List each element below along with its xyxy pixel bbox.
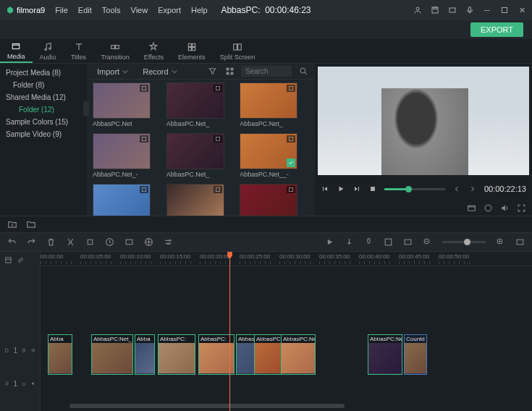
tab-transition[interactable]: Transition bbox=[94, 39, 137, 63]
minimize-icon[interactable]: ─ bbox=[483, 6, 491, 14]
new-folder-icon[interactable] bbox=[7, 219, 17, 229]
export-button[interactable]: EXPORT bbox=[470, 22, 523, 37]
tab-audio[interactable]: Audio bbox=[33, 39, 64, 63]
add-to-timeline-icon[interactable] bbox=[214, 85, 222, 92]
search-input[interactable] bbox=[241, 66, 292, 77]
link-icon[interactable] bbox=[17, 256, 25, 264]
tab-split[interactable]: Split Screen bbox=[213, 39, 263, 63]
mute-icon[interactable] bbox=[31, 381, 35, 386]
next-frame-icon[interactable] bbox=[352, 185, 361, 193]
menu-export[interactable]: Export bbox=[158, 6, 181, 14]
grid-view-icon[interactable] bbox=[224, 66, 235, 77]
media-thumb[interactable]: AbbasPC.Net___ bbox=[93, 184, 162, 216]
video-track[interactable]: AbbaAbbasPC:Net_AbbaAbbasPC:AbbasPC:Abba… bbox=[41, 334, 532, 375]
volume-icon[interactable] bbox=[500, 203, 510, 213]
close-icon[interactable]: ✕ bbox=[518, 6, 526, 14]
speed-icon[interactable] bbox=[105, 237, 114, 247]
user-icon[interactable] bbox=[413, 6, 422, 14]
voiceover-icon[interactable] bbox=[364, 237, 373, 247]
media-thumb[interactable]: AbbasPC.Net__- bbox=[240, 133, 309, 178]
menu-tools[interactable]: Tools bbox=[102, 6, 121, 14]
split-icon[interactable] bbox=[66, 237, 75, 247]
fullscreen-icon[interactable] bbox=[517, 203, 526, 213]
tree-item[interactable]: Folder (12) bbox=[0, 103, 87, 116]
timeline-clip[interactable]: AbbasPC: bbox=[158, 334, 195, 375]
timeline-clip[interactable]: AbbasPC:Net_ bbox=[281, 334, 316, 375]
delete-icon[interactable] bbox=[46, 237, 56, 247]
media-thumb[interactable]: AbbasPC.Net_ bbox=[166, 133, 236, 178]
marker-icon[interactable] bbox=[345, 237, 354, 247]
zoom-in-icon[interactable] bbox=[496, 237, 505, 247]
import-dropdown[interactable]: Import bbox=[93, 67, 132, 76]
add-to-timeline-icon[interactable] bbox=[140, 135, 148, 143]
adjust-icon[interactable] bbox=[164, 237, 173, 247]
greenscreen-icon[interactable] bbox=[144, 237, 153, 247]
add-to-timeline-icon[interactable] bbox=[287, 186, 295, 193]
tab-elements[interactable]: Elements bbox=[171, 39, 213, 63]
tree-item[interactable]: Sample Colors (15) bbox=[0, 116, 87, 128]
sidebar-resize-handle[interactable] bbox=[83, 101, 89, 116]
timeline-tracks[interactable]: 00:00:0000:00:05:0000:00:10:0000:00:15:0… bbox=[41, 252, 532, 411]
eye-icon[interactable] bbox=[31, 348, 35, 352]
media-thumb[interactable]: AbbasPC.Net_ bbox=[166, 82, 236, 127]
redo-icon[interactable] bbox=[27, 237, 36, 247]
add-to-timeline-icon[interactable] bbox=[214, 135, 222, 143]
tree-item[interactable]: Folder (8) bbox=[0, 79, 87, 91]
timeline-scrollbar[interactable] bbox=[41, 404, 532, 410]
playhead[interactable] bbox=[229, 252, 230, 411]
preview-viewport[interactable] bbox=[318, 67, 529, 175]
mixer-icon[interactable] bbox=[384, 237, 393, 247]
quality-icon[interactable] bbox=[484, 203, 493, 213]
zoom-out-icon[interactable] bbox=[423, 237, 432, 247]
lock-icon[interactable] bbox=[22, 381, 26, 386]
crop-icon[interactable] bbox=[85, 237, 95, 247]
menu-file[interactable]: File bbox=[55, 6, 68, 14]
timeline-clip[interactable]: Countd bbox=[404, 334, 427, 375]
manage-tracks-icon[interactable] bbox=[4, 256, 12, 264]
screenshot-icon[interactable] bbox=[448, 6, 457, 14]
record-dropdown[interactable]: Record bbox=[138, 67, 181, 76]
add-to-timeline-icon[interactable] bbox=[214, 186, 222, 193]
undo-icon[interactable] bbox=[7, 237, 17, 247]
tree-item[interactable]: Sample Video (9) bbox=[0, 128, 87, 140]
add-to-timeline-icon[interactable] bbox=[140, 85, 148, 92]
timeline-clip[interactable]: AbbasPC:Net_ bbox=[368, 334, 402, 375]
menu-edit[interactable]: Edit bbox=[78, 6, 92, 14]
menu-help[interactable]: Help bbox=[191, 6, 208, 14]
render-icon[interactable] bbox=[325, 237, 334, 247]
timeline-clip[interactable]: AbbasPC:Net_ bbox=[91, 334, 133, 375]
add-to-timeline-icon[interactable] bbox=[287, 135, 295, 143]
media-thumb[interactable]: AbbasPC.Net___- bbox=[166, 184, 236, 216]
zoom-fit-icon[interactable] bbox=[515, 237, 525, 247]
seek-bar[interactable] bbox=[384, 188, 445, 190]
mic-icon[interactable] bbox=[465, 6, 474, 14]
tree-item[interactable]: Project Media (8) bbox=[0, 67, 87, 79]
tree-item[interactable]: Shared Media (12) bbox=[0, 91, 87, 103]
maximize-icon[interactable] bbox=[500, 6, 509, 14]
search-icon[interactable] bbox=[297, 66, 309, 77]
media-thumb[interactable]: AbbasPC.Net bbox=[93, 82, 162, 127]
video-track-header[interactable]: 1 bbox=[0, 327, 40, 373]
media-thumb[interactable]: AbbasPC.Net____ bbox=[240, 184, 309, 216]
media-thumb[interactable]: AbbasPC.Net_- bbox=[93, 133, 162, 178]
timeline-clip[interactable]: Abba bbox=[135, 334, 155, 375]
lock-icon[interactable] bbox=[22, 348, 26, 352]
prev-marker-icon[interactable] bbox=[452, 185, 461, 193]
folder-icon[interactable] bbox=[26, 219, 36, 229]
stop-icon[interactable] bbox=[368, 185, 377, 193]
prev-frame-icon[interactable] bbox=[321, 185, 329, 193]
color-icon[interactable] bbox=[124, 237, 134, 247]
save-icon[interactable] bbox=[431, 6, 439, 14]
tab-effects[interactable]: Effects bbox=[137, 39, 171, 63]
next-marker-icon[interactable] bbox=[468, 185, 477, 193]
menu-view[interactable]: View bbox=[131, 6, 148, 14]
tab-media[interactable]: Media bbox=[0, 39, 33, 63]
snapshot-icon[interactable] bbox=[467, 203, 476, 213]
filter-icon[interactable] bbox=[206, 66, 218, 77]
tab-titles[interactable]: Titles bbox=[64, 39, 94, 63]
media-thumb[interactable]: AbbasPC.Net_ bbox=[240, 82, 309, 127]
add-to-timeline-icon[interactable] bbox=[287, 85, 295, 92]
time-ruler[interactable]: 00:00:0000:00:05:0000:00:10:0000:00:15:0… bbox=[41, 252, 532, 266]
ratio-icon[interactable] bbox=[403, 237, 413, 247]
audio-track-header[interactable]: 1 bbox=[0, 376, 40, 391]
